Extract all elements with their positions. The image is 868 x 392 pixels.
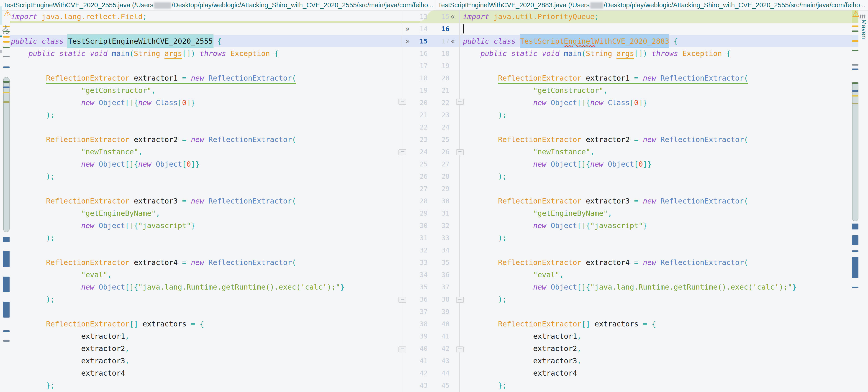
code-line-right[interactable]: ReflectionExtractor[] extractors = { <box>459 318 859 330</box>
stripe-mark[interactable] <box>3 41 9 42</box>
code-line-right[interactable]: extractor4 <box>459 367 859 379</box>
code-line-left[interactable]: ReflectionExtractor extractor2 = new Ref… <box>10 133 402 146</box>
code-line-right[interactable]: ReflectionExtractor extractor1 = new Ref… <box>459 72 859 84</box>
stripe-change-block[interactable] <box>3 251 9 267</box>
code-line-right[interactable]: new Object[]{"java.lang.Runtime.getRunti… <box>459 281 859 293</box>
code-line-left[interactable]: "eval", <box>10 269 402 281</box>
chevron-left-icon[interactable]: « <box>451 10 455 23</box>
code-line-left[interactable]: ReflectionExtractor extractor1 = new Ref… <box>10 72 402 84</box>
code-line-right[interactable] <box>459 183 859 195</box>
fold-handle[interactable] <box>399 297 406 303</box>
code-line-left[interactable] <box>10 121 402 133</box>
code-line-right[interactable]: public class TestScriptEnginelWithCVE_20… <box>459 35 859 47</box>
code-line-left[interactable]: ); <box>10 170 402 183</box>
code-line-right[interactable]: ReflectionExtractor extractor2 = new Ref… <box>459 133 859 146</box>
code-line-left[interactable]: new Object[]{"javascript"} <box>10 220 402 232</box>
stripe-mark[interactable] <box>852 103 859 104</box>
code-line-right[interactable]: }; <box>459 379 859 392</box>
stripe-change-block[interactable] <box>852 257 859 278</box>
code-line-left[interactable] <box>10 183 402 195</box>
warning-icon[interactable]: ⚠ <box>4 9 11 18</box>
fold-handle[interactable] <box>456 297 464 303</box>
stripe-mark[interactable] <box>3 66 9 68</box>
code-line-right[interactable]: "getEngineByName", <box>459 207 859 220</box>
code-line-left[interactable] <box>10 305 402 318</box>
stripe-mark[interactable] <box>3 340 9 342</box>
stripe-mark[interactable] <box>0 50 2 53</box>
code-line-left[interactable]: ReflectionExtractor extractor3 = new Ref… <box>10 195 402 207</box>
code-line-right[interactable]: ); <box>459 293 859 305</box>
code-line-right[interactable]: "getConstructor", <box>459 84 859 97</box>
code-line-left[interactable]: ReflectionExtractor[] extractors = { <box>10 318 402 330</box>
stripe-change-block[interactable] <box>3 276 9 292</box>
code-line-left[interactable]: "getConstructor", <box>10 84 402 97</box>
stripe-change-block[interactable] <box>3 330 9 332</box>
stripe-mark[interactable] <box>852 83 859 84</box>
code-line-right[interactable] <box>459 305 859 318</box>
code-line-left[interactable] <box>10 60 402 72</box>
stripe-mark[interactable] <box>3 92 9 93</box>
warning-icon[interactable]: ⚠ <box>852 9 860 18</box>
code-line-left[interactable]: ReflectionExtractor extractor4 = new Ref… <box>10 256 402 269</box>
code-line-right[interactable]: extractor2, <box>459 342 859 355</box>
code-line-left[interactable]: new Object[]{"java.lang.Runtime.getRunti… <box>10 281 402 293</box>
code-line-left[interactable]: ); <box>10 109 402 121</box>
code-line-left[interactable]: extractor1, <box>10 330 402 342</box>
stripe-change-block[interactable] <box>3 237 9 242</box>
code-line-left[interactable] <box>10 23 402 35</box>
code-line-right[interactable]: ); <box>459 232 859 244</box>
code-line-right[interactable]: ); <box>459 170 859 183</box>
code-line-left[interactable]: public static void main(String args[]) t… <box>10 47 402 60</box>
code-line-left[interactable]: ); <box>10 293 402 305</box>
code-line-right[interactable]: ReflectionExtractor extractor3 = new Ref… <box>459 195 859 207</box>
code-line-left[interactable]: "newInstance", <box>10 146 402 158</box>
stripe-mark[interactable] <box>852 64 859 66</box>
code-line-right[interactable]: extractor1, <box>459 330 859 342</box>
code-line-left[interactable]: new Object[]{new Class[0]} <box>10 97 402 109</box>
code-line-right[interactable]: new Object[]{new Class[0]} <box>459 97 859 109</box>
code-line-right[interactable]: ReflectionExtractor extractor4 = new Ref… <box>459 256 859 269</box>
code-line-right[interactable]: extractor3, <box>459 355 859 367</box>
stripe-mark[interactable] <box>852 50 859 51</box>
stripe-change-block[interactable] <box>852 224 859 229</box>
code-line-left[interactable]: new Object[]{new Object[0]} <box>10 158 402 170</box>
code-line-left[interactable]: extractor4 <box>10 367 402 379</box>
stripe-mark[interactable] <box>852 40 859 42</box>
stripe-mark[interactable] <box>852 31 859 32</box>
stripe-mark[interactable] <box>3 56 9 57</box>
stripe-mark[interactable] <box>3 47 9 48</box>
stripe-change-block[interactable] <box>3 302 9 318</box>
code-line-left[interactable]: ); <box>10 232 402 244</box>
stripe-mark[interactable] <box>3 101 9 103</box>
code-line-right[interactable]: new Object[]{"javascript"} <box>459 220 859 232</box>
code-line-right[interactable] <box>459 244 859 256</box>
fold-handle[interactable] <box>456 149 464 155</box>
code-line-right[interactable]: ); <box>459 109 859 121</box>
code-line-right[interactable]: "eval", <box>459 269 859 281</box>
code-line-left[interactable]: extractor3, <box>10 355 402 367</box>
stripe-mark[interactable] <box>852 26 859 27</box>
stripe-mark[interactable] <box>852 95 859 97</box>
stripe-mark[interactable] <box>0 35 2 37</box>
stripe-change-block[interactable] <box>852 235 859 245</box>
stripe-mark[interactable] <box>852 68 859 70</box>
fold-handle[interactable] <box>399 99 406 105</box>
code-line-right[interactable]: import java.util.PriorityQueue; <box>459 10 859 23</box>
code-line-right[interactable]: new Object[]{new Object[0]} <box>459 158 859 170</box>
code-line-left[interactable]: }; <box>10 379 402 392</box>
code-line-left[interactable]: extractor2, <box>10 342 402 355</box>
code-line-right[interactable] <box>459 121 859 133</box>
code-line-left[interactable]: "getEngineByName", <box>10 207 402 220</box>
chevron-left-icon[interactable]: « <box>451 35 455 47</box>
scrollbar-thumb[interactable] <box>3 77 9 232</box>
fold-handle[interactable] <box>456 347 464 352</box>
fold-handle[interactable] <box>399 149 406 155</box>
stripe-mark[interactable] <box>3 87 9 88</box>
stripe-change-block[interactable] <box>852 251 859 252</box>
code-line-right[interactable] <box>459 60 859 72</box>
stripe-mark[interactable] <box>3 81 9 83</box>
code-line-right[interactable]: "newInstance", <box>459 146 859 158</box>
code-line-left[interactable] <box>10 244 402 256</box>
fold-handle[interactable] <box>399 347 406 352</box>
code-line-left[interactable]: public class TestScriptEngineWithCVE_202… <box>10 35 402 47</box>
